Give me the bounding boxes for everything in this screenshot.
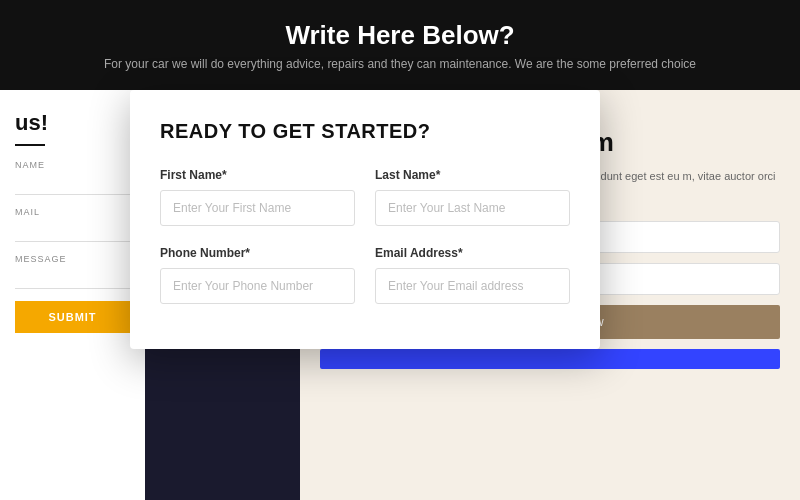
blue-bar [320, 349, 780, 369]
contact-row: Phone Number* Email Address* [160, 246, 570, 304]
phone-label: Phone Number* [160, 246, 355, 260]
name-field-group: NAME [15, 160, 130, 195]
email-field: Email Address* [375, 246, 570, 304]
email-label: Email Address* [375, 246, 570, 260]
name-row: First Name* Last Name* [160, 168, 570, 226]
mail-field-group: MAIL [15, 207, 130, 242]
last-name-input[interactable] [375, 190, 570, 226]
last-name-field: Last Name* [375, 168, 570, 226]
first-name-field: First Name* [160, 168, 355, 226]
phone-input[interactable] [160, 268, 355, 304]
message-input[interactable] [15, 268, 130, 289]
first-name-label: First Name* [160, 168, 355, 182]
name-input[interactable] [15, 174, 130, 195]
mail-input[interactable] [15, 221, 130, 242]
last-name-label: Last Name* [375, 168, 570, 182]
phone-field: Phone Number* [160, 246, 355, 304]
hero-section: Write Here Below? For your car we will d… [0, 0, 800, 90]
first-name-input[interactable] [160, 190, 355, 226]
modal-title: Ready To Get Started? [160, 120, 570, 143]
submit-button[interactable]: SUBMIT [15, 301, 130, 333]
email-input[interactable] [375, 268, 570, 304]
left-contact-panel: us! NAME MAIL MESSAGE SUBMIT [0, 90, 145, 500]
message-label: MESSAGE [15, 254, 130, 264]
modal-dialog: Ready To Get Started? First Name* Last N… [130, 90, 600, 349]
hero-subtitle: For your car we will do everything advic… [104, 57, 696, 71]
name-label: NAME [15, 160, 130, 170]
mail-label: MAIL [15, 207, 130, 217]
left-panel-title: us! [15, 110, 130, 136]
message-field-group: MESSAGE [15, 254, 130, 289]
hero-title: Write Here Below? [285, 20, 514, 51]
